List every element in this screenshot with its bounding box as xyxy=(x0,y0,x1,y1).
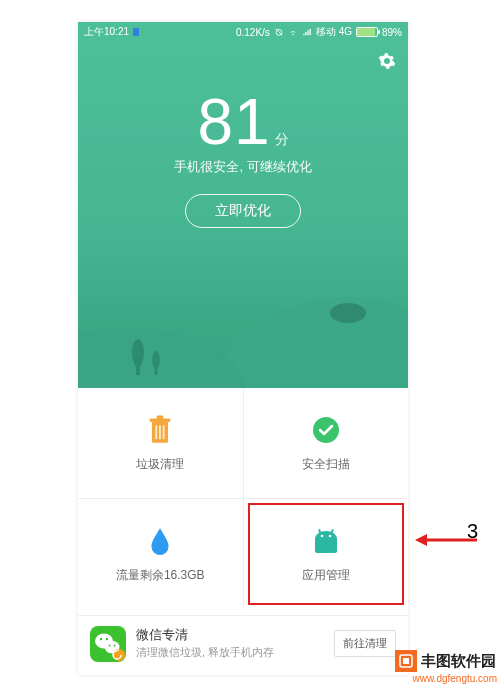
wechat-clean-action-button[interactable]: 前往清理 xyxy=(334,630,396,657)
phone-screen: 上午10:21 0.12K/s 移动 4G 89% 81分 手机很安全, 可继续… xyxy=(78,22,408,675)
svg-rect-32 xyxy=(403,658,409,664)
optimize-button[interactable]: 立即优化 xyxy=(185,194,301,228)
gear-icon[interactable] xyxy=(378,52,396,70)
svg-point-15 xyxy=(313,417,339,443)
wechat-clean-desc: 清理微信垃圾, 释放手机内存 xyxy=(136,646,274,660)
trash-clean-label: 垃圾清理 xyxy=(136,456,184,473)
data-usage-tile[interactable]: 流量剩余16.3GB xyxy=(78,499,243,609)
feature-grid: 垃圾清理 安全扫描 流量剩余16.3GB xyxy=(78,388,408,609)
svg-rect-14 xyxy=(157,415,164,418)
svg-point-5 xyxy=(132,339,144,367)
svg-point-27 xyxy=(114,644,116,646)
svg-point-19 xyxy=(320,534,323,537)
annotation-arrow-icon xyxy=(415,533,477,547)
data-usage-label: 流量剩余16.3GB xyxy=(116,567,205,584)
wechat-clean-title: 微信专清 xyxy=(136,627,274,644)
statusbar-battery-pct: 89% xyxy=(382,27,402,38)
app-management-label: 应用管理 xyxy=(302,567,350,584)
shield-check-icon xyxy=(310,414,342,446)
wechat-clean-text: 微信专清 清理微信垃圾, 释放手机内存 xyxy=(136,627,274,660)
score-unit: 分 xyxy=(275,131,289,147)
svg-marker-30 xyxy=(415,534,427,546)
statusbar-netspeed: 0.12K/s xyxy=(236,27,270,38)
android-icon xyxy=(310,525,342,557)
svg-rect-8 xyxy=(155,366,158,375)
signal-icon xyxy=(302,27,312,37)
svg-rect-6 xyxy=(136,363,140,375)
svg-point-24 xyxy=(100,637,102,639)
mountain-illustration-icon xyxy=(78,268,408,388)
optimize-button-label: 立即优化 xyxy=(215,202,271,220)
statusbar: 上午10:21 0.12K/s 移动 4G 89% xyxy=(78,22,408,42)
wechat-clean-action-label: 前往清理 xyxy=(343,637,387,649)
svg-point-25 xyxy=(106,637,108,639)
app-management-tile[interactable]: 应用管理 xyxy=(244,499,409,609)
battery-icon xyxy=(356,27,378,37)
wifi-icon xyxy=(288,27,298,37)
score-subtitle: 手机很安全, 可继续优化 xyxy=(78,158,408,176)
wechat-clean-promo: 微信专清 清理微信垃圾, 释放手机内存 前往清理 xyxy=(78,615,408,671)
svg-point-26 xyxy=(109,644,111,646)
trash-icon xyxy=(144,414,176,446)
watermark-url: www.dgfengtu.com xyxy=(410,672,501,685)
alarm-off-icon xyxy=(274,27,284,37)
svg-rect-10 xyxy=(156,425,158,439)
wechat-clean-icon xyxy=(90,626,126,662)
svg-rect-11 xyxy=(159,425,161,439)
notification-indicator-icon xyxy=(133,28,139,36)
water-drop-icon xyxy=(144,525,176,557)
svg-rect-12 xyxy=(163,425,165,439)
svg-point-4 xyxy=(78,328,248,388)
svg-rect-16 xyxy=(315,537,337,553)
score-value: 81 xyxy=(197,86,270,158)
trash-clean-tile[interactable]: 垃圾清理 xyxy=(78,388,243,498)
statusbar-carrier: 移动 4G xyxy=(316,25,352,39)
svg-point-20 xyxy=(328,534,331,537)
security-scan-label: 安全扫描 xyxy=(302,456,350,473)
svg-point-3 xyxy=(330,303,366,323)
security-score: 81分 xyxy=(78,42,408,154)
watermark: 丰图软件园 www.dgfengtu.com xyxy=(395,650,500,685)
hero-panel: 81分 手机很安全, 可继续优化 立即优化 xyxy=(78,42,408,388)
watermark-brand: 丰图软件园 xyxy=(417,652,500,671)
statusbar-time: 上午10:21 xyxy=(84,25,129,39)
watermark-logo-icon xyxy=(395,650,417,672)
security-scan-tile[interactable]: 安全扫描 xyxy=(244,388,409,498)
